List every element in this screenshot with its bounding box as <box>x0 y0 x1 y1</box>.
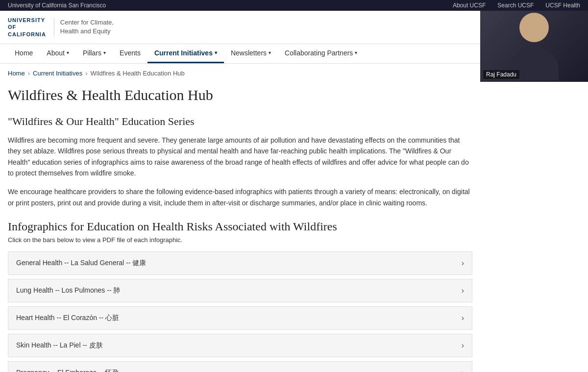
nav-pillars[interactable]: Pillars ▾ <box>76 44 113 63</box>
accordion-label-2: Heart Health -- El Corazón -- 心脏 <box>16 314 119 322</box>
accordion-item-1[interactable]: Lung Health -- Los Pulmones -- 肺 › <box>8 279 472 302</box>
logo-area: UNIVERSITY OF CALIFORNIA Center for Clim… <box>8 17 114 38</box>
logo-line3: CALIFORNIA <box>8 31 46 38</box>
partners-caret: ▾ <box>355 50 357 55</box>
accordion-header-3[interactable]: Skin Health -- La Piel -- 皮肤 › <box>8 334 472 357</box>
breadcrumb-home[interactable]: Home <box>8 70 25 77</box>
breadcrumb-current: Wildfires & Health Education Hub <box>91 70 185 77</box>
breadcrumb-sep-2: › <box>85 70 87 77</box>
university-logo: UNIVERSITY OF CALIFORNIA <box>8 17 46 38</box>
infographic-subtitle: Click on the bars below to view a PDF fi… <box>8 236 472 244</box>
accordion-item-0[interactable]: General Health -- La Salud General -- 健康… <box>8 251 472 275</box>
accordion-header-1[interactable]: Lung Health -- Los Pulmones -- 肺 › <box>8 279 472 302</box>
breadcrumb-sep-1: › <box>28 70 30 77</box>
nav-newsletters[interactable]: Newsletters ▾ <box>224 44 278 63</box>
video-overlay: Raj Fadadu <box>480 11 588 82</box>
nav-current-initiatives[interactable]: Current Initiatives ▾ <box>147 44 224 63</box>
accordion-item-2[interactable]: Heart Health -- El Corazón -- 心脏 › <box>8 306 472 330</box>
header: UNIVERSITY OF CALIFORNIA Center for Clim… <box>0 11 588 44</box>
site-name: University of California San Francisco <box>8 2 106 9</box>
logo-line1: UNIVERSITY <box>8 17 46 24</box>
main-content: Wildfires & Health Education Hub "Wildfi… <box>0 83 480 372</box>
section1-title: "Wildfires & Our Health" Education Serie… <box>8 115 472 128</box>
accordion-chevron-3: › <box>462 341 464 350</box>
accordion-header-2[interactable]: Heart Health -- El Corazón -- 心脏 › <box>8 307 472 329</box>
ucsf-health-link[interactable]: UCSF Health <box>545 2 580 9</box>
about-caret: ▾ <box>67 50 69 55</box>
video-person-label: Raj Fadadu <box>483 70 519 79</box>
accordion-chevron-2: › <box>462 314 464 322</box>
nav-about[interactable]: About ▾ <box>40 44 76 63</box>
newsletters-caret: ▾ <box>269 50 271 55</box>
nav-events[interactable]: Events <box>113 44 147 63</box>
initiatives-caret: ▾ <box>215 50 217 55</box>
search-ucsf-link[interactable]: Search UCSF <box>497 2 534 9</box>
accordion-label-1: Lung Health -- Los Pulmones -- 肺 <box>16 286 120 295</box>
breadcrumb-initiatives[interactable]: Current Initiatives <box>33 70 82 77</box>
body-text-1: Wildfires are becoming more frequent and… <box>8 135 472 179</box>
accordion-item-4[interactable]: Pregnancy -- El Embarazo -- 怀孕 › <box>8 361 472 372</box>
accordion-header-0[interactable]: General Health -- La Salud General -- 健康… <box>8 252 472 274</box>
accordion-item-3[interactable]: Skin Health -- La Piel -- 皮肤 › <box>8 334 472 357</box>
accordion-chevron-4: › <box>462 369 464 372</box>
accordion-header-4[interactable]: Pregnancy -- El Embarazo -- 怀孕 › <box>8 362 472 372</box>
accordion-label-4: Pregnancy -- El Embarazo -- 怀孕 <box>16 369 119 372</box>
page-title: Wildfires & Health Education Hub <box>8 87 472 103</box>
logo-line2: OF <box>8 24 46 30</box>
infographic-title: Infographics for Education on Health Ris… <box>8 220 472 233</box>
nav-home[interactable]: Home <box>8 44 40 63</box>
body-text-2: We encourage healthcare providers to sha… <box>8 186 472 208</box>
top-bar-links: About UCSF Search UCSF UCSF Health <box>453 2 580 9</box>
accordion-chevron-0: › <box>462 259 464 268</box>
top-bar: University of California San Francisco A… <box>0 0 588 11</box>
accordion-label-0: General Health -- La Salud General -- 健康 <box>16 259 146 268</box>
about-ucsf-link[interactable]: About UCSF <box>453 2 486 9</box>
pillars-caret: ▾ <box>103 50 106 55</box>
accordion-chevron-1: › <box>462 286 464 295</box>
center-name: Center for Climate,Health and Equity <box>54 18 114 36</box>
nav-collaborating-partners[interactable]: Collaborating Partners ▾ <box>278 44 364 63</box>
accordion-label-3: Skin Health -- La Piel -- 皮肤 <box>16 341 103 350</box>
